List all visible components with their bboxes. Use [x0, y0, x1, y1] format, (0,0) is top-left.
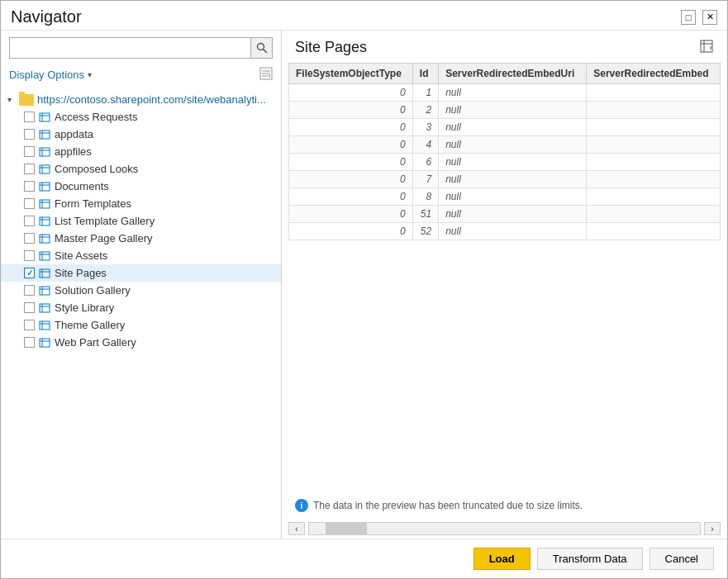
tree-root-item[interactable]: ▾ https://contoso.sharepoint.com/site/we… [1, 91, 281, 108]
window-controls: □ ✕ [681, 10, 717, 25]
list-icon [38, 320, 51, 331]
checkbox-access-requests[interactable] [24, 112, 35, 122]
checkbox-appfiles[interactable] [24, 146, 35, 157]
list-item-selected[interactable]: Site Pages [1, 264, 281, 282]
cancel-button[interactable]: Cancel [649, 548, 714, 570]
list-item[interactable]: appfiles [1, 143, 281, 160]
list-item[interactable]: Access Requests [1, 108, 281, 126]
checkbox-web-part-gallery[interactable] [24, 337, 35, 348]
table-cell: 0 [289, 84, 413, 102]
list-item[interactable]: Solution Gallery [1, 282, 281, 299]
scroll-left-button[interactable]: ‹ [288, 522, 305, 535]
svg-rect-18 [40, 183, 50, 191]
checkbox-site-pages[interactable] [24, 268, 35, 278]
title-bar: Navigator □ ✕ [1, 1, 727, 30]
table-row: 03null [289, 119, 721, 136]
list-item[interactable]: Composed Looks [1, 160, 281, 178]
load-button[interactable]: Load [473, 548, 531, 570]
search-input[interactable] [9, 37, 251, 59]
table-cell [587, 223, 721, 240]
list-item[interactable]: List Template Gallery [1, 212, 281, 230]
search-bar [1, 31, 281, 65]
checkbox-form-templates[interactable] [24, 198, 35, 209]
root-label: https://contoso.sharepoint.com/site/weba… [37, 93, 266, 106]
list-icon [38, 198, 51, 210]
table-row: 052null [289, 223, 721, 240]
item-label: Form Templates [55, 197, 131, 210]
checkbox-appdata[interactable] [24, 129, 35, 140]
checkbox-style-library[interactable] [24, 302, 35, 313]
table-cell [587, 136, 721, 154]
close-button[interactable]: ✕ [702, 10, 717, 25]
table-row: 07null [289, 171, 721, 188]
display-options-label: Display Options [9, 69, 84, 81]
list-icon [38, 250, 51, 262]
list-item[interactable]: Site Assets [1, 247, 281, 264]
panel-options-icon[interactable] [699, 39, 714, 56]
checkbox-theme-gallery[interactable] [24, 320, 35, 330]
main-content: Display Options ▾ ▾ [1, 30, 727, 539]
table-cell: null [439, 171, 587, 188]
dialog-title: Navigator [11, 7, 82, 26]
minimize-button[interactable]: □ [681, 10, 696, 25]
scroll-right-button[interactable]: › [704, 522, 721, 535]
display-options-button[interactable]: Display Options ▾ [9, 69, 92, 81]
table-row: 02null [289, 102, 721, 119]
svg-rect-30 [40, 252, 50, 260]
table-cell: 0 [289, 154, 413, 171]
checkbox-site-assets[interactable] [24, 250, 35, 261]
table-cell: 0 [289, 171, 413, 188]
table-cell [587, 154, 721, 171]
table-cell [587, 84, 721, 102]
list-item[interactable]: Documents [1, 178, 281, 195]
table-cell: 4 [412, 136, 438, 154]
table-cell: null [439, 206, 587, 223]
item-label: Master Page Gallery [55, 232, 153, 244]
search-button[interactable] [251, 37, 273, 59]
table-cell: 0 [289, 136, 413, 154]
checkbox-composed-looks[interactable] [24, 164, 35, 174]
table-cell: 3 [412, 119, 438, 136]
table-cell: null [439, 223, 587, 240]
scroll-thumb[interactable] [326, 523, 367, 534]
item-label: Site Assets [55, 249, 107, 262]
info-bar: i The data in the preview has been trunc… [282, 492, 727, 519]
col-header-filesystemobjecttype: FileSystemObjectType [289, 64, 413, 84]
footer: Load Transform Data Cancel [1, 539, 727, 578]
col-header-serverredirectedembeduri: ServerRedirectedEmbedUri [439, 64, 587, 84]
list-icon [38, 302, 51, 314]
svg-rect-48 [701, 40, 712, 52]
svg-rect-9 [40, 131, 50, 139]
list-icon [38, 268, 51, 279]
list-item[interactable]: Master Page Gallery [1, 230, 281, 247]
info-message: The data in the preview has been truncat… [313, 500, 583, 511]
checkbox-documents[interactable] [24, 181, 35, 192]
data-table: FileSystemObjectType Id ServerRedirected… [288, 63, 721, 240]
table-cell [587, 119, 721, 136]
list-item[interactable]: Theme Gallery [1, 316, 281, 334]
table-cell: 6 [412, 154, 438, 171]
list-icon [38, 285, 51, 297]
table-row: 08null [289, 188, 721, 206]
transform-data-button[interactable]: Transform Data [537, 548, 643, 570]
svg-rect-39 [40, 304, 50, 312]
svg-rect-15 [40, 165, 50, 173]
list-item[interactable]: appdata [1, 126, 281, 143]
table-cell: null [439, 154, 587, 171]
checkbox-solution-gallery[interactable] [24, 285, 35, 296]
checkbox-list-template-gallery[interactable] [24, 216, 35, 226]
list-item[interactable]: Web Part Gallery [1, 334, 281, 351]
table-cell: 2 [412, 102, 438, 119]
navigator-dialog: Navigator □ ✕ Display Options ▾ [0, 0, 728, 579]
chevron-down-icon: ▾ [88, 70, 92, 79]
list-item[interactable]: Style Library [1, 299, 281, 316]
refresh-icon[interactable] [259, 67, 273, 83]
list-icon [38, 233, 51, 244]
expand-icon: ▾ [7, 95, 19, 104]
scroll-track[interactable] [308, 522, 701, 535]
checkbox-master-page-gallery[interactable] [24, 233, 35, 244]
horizontal-scrollbar: ‹ › [282, 519, 727, 539]
table-cell: 1 [412, 84, 438, 102]
list-item[interactable]: Form Templates [1, 195, 281, 212]
svg-rect-12 [40, 148, 50, 156]
